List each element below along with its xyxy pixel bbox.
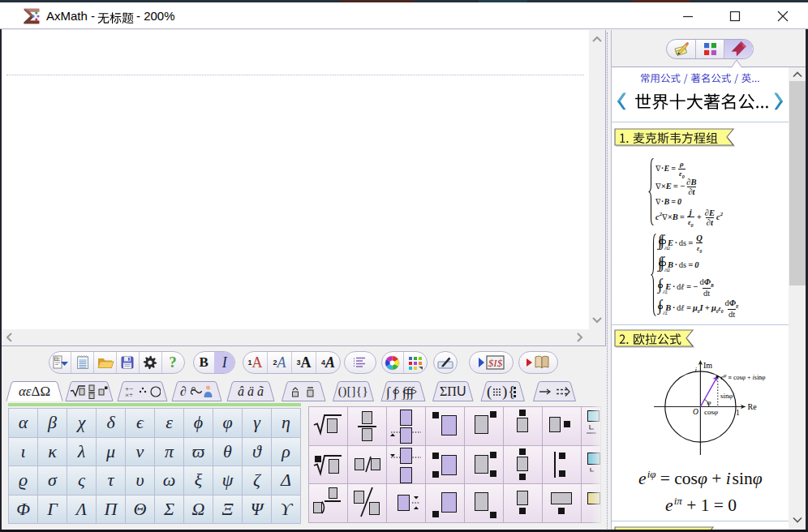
svg-text:eφ ≡ cosφ + isinφ: eφ ≡ cosφ + isinφ xyxy=(721,373,767,381)
svg-text:cosφ: cosφ xyxy=(704,408,718,416)
svg-text:$I$: $I$ xyxy=(488,357,503,369)
svg-text:φ: φ xyxy=(707,398,711,406)
svg-text:sinφ: sinφ xyxy=(720,392,733,400)
svg-text:×÷: ×÷ xyxy=(125,391,133,399)
svg-text:): ) xyxy=(502,384,507,400)
svg-text:1: 1 xyxy=(736,409,740,417)
svg-text:Im: Im xyxy=(703,361,712,370)
svg-text:i: i xyxy=(695,366,698,374)
svg-text:O: O xyxy=(693,408,698,416)
svg-text:∫: ∫ xyxy=(386,384,391,400)
svg-text:Re: Re xyxy=(748,402,758,411)
svg-text:(: ( xyxy=(487,384,492,400)
